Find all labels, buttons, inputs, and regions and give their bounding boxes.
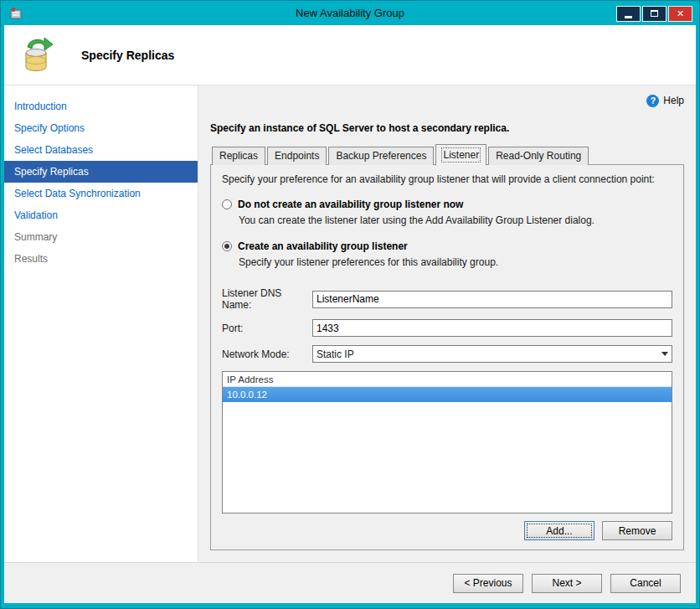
radio-create-listener-label[interactable]: Create an availability group listener <box>238 240 408 252</box>
maximize-icon <box>651 10 658 17</box>
window-title: New Availability Group <box>4 7 696 19</box>
cancel-button[interactable]: Cancel <box>610 574 681 593</box>
network-mode-value: Static IP <box>313 348 657 360</box>
radio-create-listener-description: Specify your listener preferences for th… <box>239 256 672 268</box>
instruction-text: Specify an instance of SQL Server to hos… <box>210 122 684 134</box>
minimize-button[interactable] <box>616 6 641 22</box>
sidebar-item-specify-options[interactable]: Specify Options <box>4 117 198 139</box>
network-mode-row: Network Mode: Static IP <box>222 345 672 363</box>
radio-create-listener-icon[interactable] <box>222 241 232 251</box>
ip-address-column-header: IP Address <box>223 372 672 387</box>
tab-listener[interactable]: Listener <box>435 144 486 166</box>
dns-name-label: Listener DNS Name: <box>222 287 312 311</box>
availability-group-icon <box>19 35 59 75</box>
remove-button[interactable]: Remove <box>602 521 672 540</box>
main-pane: ? Help Specify an instance of SQL Server… <box>198 85 696 562</box>
wizard-footer: < Previous Next > Cancel <box>4 562 696 603</box>
port-row: Port: <box>222 319 672 337</box>
tab-read-only-routing[interactable]: Read-Only Routing <box>488 147 589 165</box>
sidebar-item-introduction[interactable]: Introduction <box>4 95 198 117</box>
tabstrip: Replicas Endpoints Backup Preferences Li… <box>210 144 684 165</box>
sidebar-item-summary: Summary <box>4 226 198 248</box>
previous-button[interactable]: < Previous <box>453 574 523 593</box>
dns-name-input[interactable] <box>312 291 672 308</box>
close-icon: ✕ <box>677 8 684 19</box>
radio-no-listener-icon[interactable] <box>222 199 232 209</box>
sidebar-item-validation[interactable]: Validation <box>4 204 198 226</box>
tab-endpoints[interactable]: Endpoints <box>267 147 327 165</box>
maximize-button[interactable] <box>642 6 667 22</box>
ip-address-row[interactable]: 10.0.0.12 <box>223 387 672 402</box>
help-icon: ? <box>646 95 659 107</box>
network-mode-select[interactable]: Static IP <box>312 345 672 363</box>
titlebar: New Availability Group ✕ <box>4 1 696 25</box>
next-button[interactable]: Next > <box>532 574 602 593</box>
close-button[interactable]: ✕ <box>668 6 692 22</box>
sidebar-item-select-data-synchronization[interactable]: Select Data Synchronization <box>4 183 198 204</box>
ip-address-list[interactable]: IP Address 10.0.0.12 <box>222 371 672 514</box>
wizard-header: Specify Replicas <box>4 25 696 85</box>
radio-create-listener[interactable]: Create an availability group listener <box>222 240 672 252</box>
minimize-icon <box>625 16 632 18</box>
sidebar-item-results: Results <box>4 248 198 270</box>
add-button[interactable]: Add... <box>524 521 594 540</box>
sidebar-item-specify-replicas[interactable]: Specify Replicas <box>4 161 198 183</box>
radio-no-listener-description: You can create the listener later using … <box>239 214 672 226</box>
listener-tab-panel: Specify your preference for an availabil… <box>210 164 684 550</box>
page-title: Specify Replicas <box>81 49 174 62</box>
chevron-down-icon[interactable] <box>657 346 672 362</box>
window-controls: ✕ <box>616 5 692 22</box>
window-body: Specify Replicas Introduction Specify Op… <box>4 25 696 603</box>
port-label: Port: <box>222 323 312 334</box>
help-label: Help <box>663 95 684 106</box>
ip-list-buttons: Add... Remove <box>222 521 672 540</box>
tab-backup-preferences[interactable]: Backup Preferences <box>328 147 434 165</box>
help-link[interactable]: ? Help <box>210 92 684 109</box>
sidebar-item-select-databases[interactable]: Select Databases <box>4 139 198 161</box>
port-input[interactable] <box>312 319 672 337</box>
radio-no-listener[interactable]: Do not create an availability group list… <box>222 199 672 210</box>
radio-no-listener-label[interactable]: Do not create an availability group list… <box>238 199 463 210</box>
dns-name-row: Listener DNS Name: <box>222 287 672 311</box>
tab-replicas[interactable]: Replicas <box>212 147 265 165</box>
content-row: Introduction Specify Options Select Data… <box>4 85 696 562</box>
wizard-steps-sidebar: Introduction Specify Options Select Data… <box>4 85 198 562</box>
listener-preference-text: Specify your preference for an availabil… <box>222 173 672 185</box>
network-mode-label: Network Mode: <box>222 348 312 360</box>
new-availability-group-window: New Availability Group ✕ Specify Replica… <box>0 0 700 609</box>
